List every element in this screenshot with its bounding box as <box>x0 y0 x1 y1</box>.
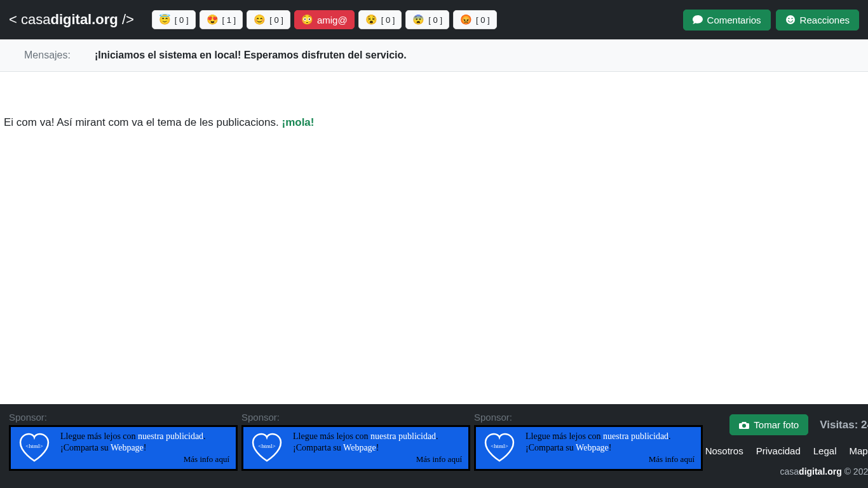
sponsors-row: Sponsor:<html>Llegue más lejos con nuest… <box>9 412 703 477</box>
reaction-emoji-icon: 😵 <box>365 14 377 25</box>
sponsor-label: Sponsor: <box>9 412 238 423</box>
brand-bold: digital.org <box>50 11 118 27</box>
reactions-button[interactable]: Reacciones <box>776 10 859 30</box>
reaction-count: [ 0 ] <box>381 15 395 25</box>
camera-icon <box>739 420 749 430</box>
comments-button[interactable]: Comentarios <box>683 10 771 30</box>
copyright: casadigital.org © 2023 <box>780 466 869 477</box>
reaction-label: amig@ <box>317 15 348 25</box>
heart-html-icon: <html> <box>482 431 517 465</box>
take-photo-button[interactable]: Tomar foto <box>729 414 808 435</box>
sponsor-label: Sponsor: <box>241 412 470 423</box>
brand-suffix: /> <box>118 11 134 27</box>
reaction-count: [ 0 ] <box>428 15 442 25</box>
reactions-row: 😇[ 0 ]😍[ 1 ]😊[ 0 ]😳amig@😵[ 0 ]😨[ 0 ]😡[ 0… <box>152 10 497 29</box>
reactions-label: Reacciones <box>800 15 850 25</box>
sponsor-text: Llegue más lejos con nuestra publicidad.… <box>526 431 695 464</box>
visits-count: 24 <box>861 419 868 431</box>
chat-icon <box>693 15 703 25</box>
messages-text: ¡Iniciamos el sistema en local! Esperamo… <box>95 50 407 61</box>
brand-logo[interactable]: < casadigital.org /> <box>9 11 134 28</box>
footer-links: Nosotros Privacidad Legal Mapa <box>705 445 868 456</box>
reaction-emoji-icon: 😍 <box>207 14 219 25</box>
brand-thin: casa <box>21 11 50 27</box>
reaction-button-3[interactable]: 😳amig@ <box>294 10 355 29</box>
messages-label: Mensajes: <box>24 50 71 61</box>
post-body: Ei com va! Así mirant com va el tema de … <box>0 72 868 404</box>
reaction-emoji-icon: 😨 <box>412 14 424 25</box>
heart-html-icon: <html> <box>250 431 284 465</box>
reaction-count: [ 0 ] <box>175 15 189 25</box>
sponsor-text: Llegue más lejos con nuestra publicidad.… <box>60 431 229 464</box>
brand-prefix: < <box>9 11 21 27</box>
footer-link-legal[interactable]: Legal <box>813 445 837 456</box>
reaction-emoji-icon: 😡 <box>460 14 472 25</box>
footer: Sponsor:<html>Llegue más lejos con nuest… <box>0 404 868 488</box>
reaction-button-6[interactable]: 😡[ 0 ] <box>453 10 497 29</box>
svg-point-2 <box>791 18 792 19</box>
footer-link-map[interactable]: Mapa <box>849 445 868 456</box>
reaction-count: [ 1 ] <box>222 15 236 25</box>
footer-link-privacy[interactable]: Privacidad <box>756 445 801 456</box>
reaction-emoji-icon: 😇 <box>159 14 171 25</box>
sponsor-column: Sponsor:<html>Llegue más lejos con nuest… <box>474 412 703 477</box>
svg-point-1 <box>788 18 789 19</box>
sponsor-text: Llegue más lejos con nuestra publicidad.… <box>293 431 462 464</box>
reaction-button-2[interactable]: 😊[ 0 ] <box>247 10 290 29</box>
reaction-button-1[interactable]: 😍[ 1 ] <box>200 10 243 29</box>
reaction-emoji-icon: 😳 <box>301 14 313 25</box>
sponsor-column: Sponsor:<html>Llegue más lejos con nuest… <box>9 412 238 477</box>
reaction-button-0[interactable]: 😇[ 0 ] <box>152 10 196 29</box>
svg-point-0 <box>786 15 795 24</box>
footer-actions: Tomar foto Visitas: 24 <box>729 414 868 435</box>
reaction-button-5[interactable]: 😨[ 0 ] <box>405 10 449 29</box>
heart-html-icon: <html> <box>17 431 51 465</box>
sponsor-banner[interactable]: <html>Llegue más lejos con nuestra publi… <box>9 425 238 471</box>
sponsor-column: Sponsor:<html>Llegue más lejos con nuest… <box>241 412 470 477</box>
reaction-emoji-icon: 😊 <box>254 14 266 25</box>
reaction-count: [ 0 ] <box>476 15 490 25</box>
messages-bar: Mensajes: ¡Iniciamos el sistema en local… <box>0 39 868 72</box>
post-text: Ei com va! Así mirant com va el tema de … <box>4 116 281 128</box>
copy-bold: digital.org <box>799 466 842 477</box>
post-highlight: ¡mola! <box>281 116 314 128</box>
copy-thin: casa <box>780 466 799 477</box>
svg-text:<html>: <html> <box>258 443 275 449</box>
footer-right: Tomar foto Visitas: 24 Nosotros Privacid… <box>714 412 868 477</box>
reaction-button-4[interactable]: 😵[ 0 ] <box>358 10 402 29</box>
take-photo-label: Tomar foto <box>754 419 799 430</box>
visits-label: Visitas: <box>820 419 861 431</box>
reaction-count: [ 0 ] <box>269 15 283 25</box>
copy-year: © 2023 <box>842 466 868 477</box>
svg-text:<html>: <html> <box>25 443 43 449</box>
svg-text:<html>: <html> <box>491 443 508 449</box>
sponsor-banner[interactable]: <html>Llegue más lejos con nuestra publi… <box>474 425 703 471</box>
footer-link-about[interactable]: Nosotros <box>705 445 743 456</box>
sponsor-label: Sponsor: <box>474 412 703 423</box>
sponsor-banner[interactable]: <html>Llegue más lejos con nuestra publi… <box>241 425 470 471</box>
comments-label: Comentarios <box>707 15 761 25</box>
smile-icon <box>785 15 796 25</box>
top-nav: < casadigital.org /> 😇[ 0 ]😍[ 1 ]😊[ 0 ]😳… <box>0 0 868 39</box>
visits-counter: Visitas: 24 <box>820 419 868 431</box>
